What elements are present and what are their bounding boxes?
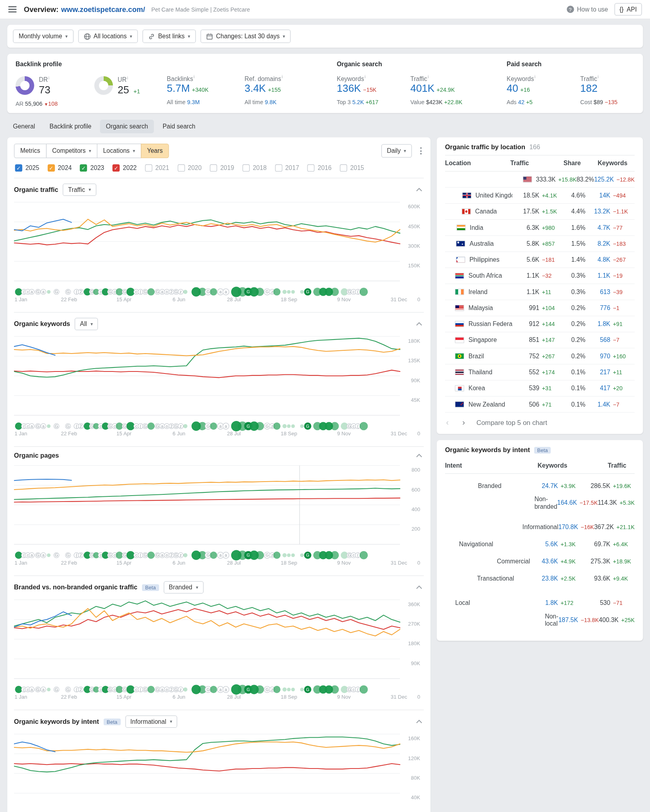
google-update-marker-icon[interactable] <box>300 688 304 691</box>
location-row-new-zealand[interactable]: New Zealand506+710.1%1.4K−7 <box>445 397 635 413</box>
keywords-link[interactable]: 43.6K <box>532 557 558 565</box>
google-update-marker-icon[interactable] <box>148 423 155 430</box>
google-update-marker-icon[interactable] <box>15 551 22 559</box>
segment-locations[interactable]: Locations▾ <box>97 144 142 158</box>
location-row-korea[interactable]: Korea539+310.1%417+20 <box>445 381 635 397</box>
collapse-chevron-icon[interactable] <box>414 718 423 725</box>
keywords-link[interactable]: 417 <box>585 385 610 392</box>
target-domain-link[interactable]: www.zoetispetcare.com/ <box>61 5 145 14</box>
year-checkbox-2024[interactable]: ✓2024 <box>47 164 72 172</box>
best-links-dropdown[interactable]: Best links▾ <box>142 30 196 43</box>
google-update-marker-icon[interactable] <box>183 290 187 294</box>
keywords-link[interactable]: 23.8K <box>532 575 558 582</box>
google-update-marker-icon[interactable] <box>256 551 264 559</box>
tab-general[interactable]: General <box>7 120 41 133</box>
keywords-link[interactable]: 1.8K <box>585 320 610 328</box>
keywords-link[interactable]: 24.7K <box>532 482 558 489</box>
google-update-marker-icon[interactable] <box>148 288 155 295</box>
branded-vs-non-branded-organic-traffic-dropdown[interactable]: Branded▾ <box>163 581 203 593</box>
google-update-marker-icon[interactable] <box>210 288 217 295</box>
keywords-link[interactable]: 14K <box>585 192 610 199</box>
google-update-marker-icon[interactable] <box>47 290 51 294</box>
google-update-marker-icon[interactable] <box>287 688 291 691</box>
google-update-marker-icon[interactable] <box>210 686 217 693</box>
google-update-marker-icon[interactable] <box>331 422 339 431</box>
google-update-marker-icon[interactable] <box>256 422 264 431</box>
top3-link[interactable]: 5.2K <box>352 99 364 105</box>
compare-top5-link[interactable]: Compare top 5 on chart <box>477 419 547 426</box>
keywords-link[interactable]: 164.6K <box>557 499 577 506</box>
google-update-marker-icon[interactable] <box>183 688 187 691</box>
location-row-united-states[interactable]: United States333.3K+15.8K83.2%125.2K−12.… <box>445 172 635 188</box>
location-row-south-africa[interactable]: South Africa1.1K−320.3%1.1K−19 <box>445 268 635 284</box>
location-row-australia[interactable]: Australia5.8K+8571.5%8.2K−183 <box>445 236 635 252</box>
year-checkbox-2025[interactable]: ✓2025 <box>15 164 39 172</box>
google-update-marker-icon[interactable] <box>256 288 264 296</box>
kebab-menu-icon[interactable] <box>418 145 423 157</box>
google-update-marker-icon[interactable] <box>287 290 291 294</box>
location-row-canada[interactable]: Canada17.5K+1.5K4.4%13.2K−1.1K <box>445 204 635 220</box>
google-update-marker-icon[interactable] <box>291 688 295 691</box>
intent-row-commercial[interactable]: Commercial43.6K+4.9K275.3K+18.9K <box>445 553 635 570</box>
google-update-marker-icon[interactable] <box>116 686 123 693</box>
ref-domains-alltime-link[interactable]: 9.8K <box>265 99 276 105</box>
intent-row-local[interactable]: Local1.8K+172530−71 <box>445 594 635 611</box>
google-update-marker-icon[interactable] <box>256 686 264 694</box>
keywords-link[interactable]: 1.8K <box>532 599 558 606</box>
organic-traffic-dropdown[interactable]: Traffic▾ <box>63 184 96 196</box>
backlinks-value[interactable]: 5.7M <box>167 83 190 94</box>
next-page-chevron[interactable]: › <box>462 418 465 427</box>
location-row-india[interactable]: India6.3K+9801.6%4.7K−77 <box>445 220 635 236</box>
interval-dropdown[interactable]: Daily▾ <box>381 144 412 158</box>
intent-row-informational[interactable]: Informational170.8K−16K367.2K+21.1K <box>445 518 635 535</box>
google-update-marker-icon[interactable] <box>47 553 51 557</box>
organic-keywords-value[interactable]: 136K <box>337 83 361 94</box>
google-update-marker-icon[interactable] <box>126 288 135 296</box>
google-update-marker-icon[interactable] <box>300 290 304 294</box>
segment-years[interactable]: Years <box>141 144 169 158</box>
backlinks-alltime-link[interactable]: 9.3M <box>187 99 200 105</box>
google-update-marker-icon[interactable] <box>282 290 286 294</box>
google-update-marker-icon[interactable] <box>300 553 304 557</box>
paid-traffic-value[interactable]: 182 <box>580 83 597 94</box>
google-update-marker-icon[interactable] <box>116 423 123 430</box>
collapse-chevron-icon[interactable] <box>414 186 423 193</box>
google-update-marker-icon[interactable] <box>183 553 187 557</box>
year-checkbox-2022[interactable]: ✓2022 <box>112 164 137 172</box>
google-update-marker-icon[interactable] <box>331 288 339 296</box>
google-update-marker-icon[interactable] <box>116 288 123 295</box>
google-update-marker-icon[interactable] <box>360 686 368 694</box>
ref-domains-value[interactable]: 3.4K <box>244 83 266 94</box>
google-update-marker-icon[interactable] <box>291 424 295 428</box>
keywords-link[interactable]: 613 <box>585 288 610 295</box>
year-checkbox-2020[interactable]: 2020 <box>177 164 202 172</box>
locations-dropdown[interactable]: All locations▾ <box>78 30 138 43</box>
google-update-marker-icon[interactable] <box>360 551 368 559</box>
google-update-marker-icon[interactable] <box>273 288 280 295</box>
prev-page-chevron[interactable]: ‹ <box>446 418 449 427</box>
ads-link[interactable]: 42 <box>518 99 524 105</box>
google-update-marker-icon[interactable] <box>291 553 295 557</box>
keywords-link[interactable]: 776 <box>585 304 610 312</box>
year-checkbox-2021[interactable]: 2021 <box>145 164 169 172</box>
keywords-link[interactable]: 217 <box>585 369 610 376</box>
keywords-link[interactable]: 187.5K <box>558 616 578 623</box>
paid-keywords-value[interactable]: 40 <box>507 83 518 94</box>
google-update-marker-icon[interactable] <box>282 553 286 557</box>
segment-metrics[interactable]: Metrics <box>14 144 46 158</box>
google-update-marker-icon[interactable] <box>15 686 22 693</box>
google-update-marker-icon[interactable] <box>287 553 291 557</box>
keywords-link[interactable]: 8.2K <box>585 240 610 247</box>
location-row-united-kingdom[interactable]: United Kingdom18.5K+4.1K4.6%14K−494 <box>445 188 635 203</box>
organic-keywords-dropdown[interactable]: All▾ <box>75 318 98 330</box>
collapse-chevron-icon[interactable] <box>414 320 423 328</box>
google-update-marker-icon[interactable] <box>273 686 280 693</box>
keywords-link[interactable]: 970 <box>585 352 610 360</box>
year-checkbox-2016[interactable]: 2016 <box>307 164 332 172</box>
google-update-marker-icon[interactable] <box>47 424 51 428</box>
keywords-link[interactable]: 4.7K <box>585 224 610 231</box>
google-update-marker-icon[interactable] <box>126 422 135 431</box>
keywords-link[interactable]: 568 <box>585 336 610 344</box>
location-row-singapore[interactable]: Singapore851+1470.2%568−7 <box>445 332 635 348</box>
google-update-marker-icon[interactable] <box>273 551 280 559</box>
